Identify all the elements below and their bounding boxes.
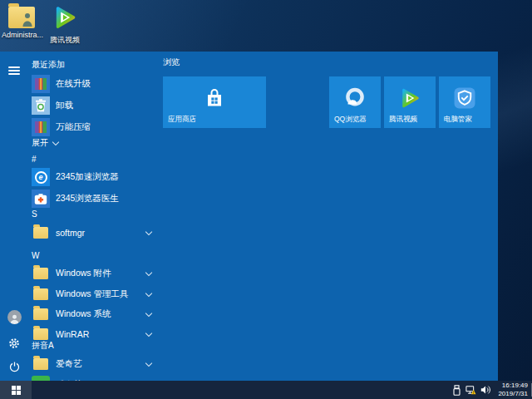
- section-header: W: [32, 251, 39, 261]
- folder-icon: [32, 264, 50, 283]
- app-list-item[interactable]: e 2345加速浏览器: [32, 167, 154, 187]
- browser-doctor-medkit-icon: [32, 190, 50, 208]
- app-list-folder[interactable]: 爱奇艺: [32, 354, 154, 374]
- tile-app-store[interactable]: 应用商店: [163, 76, 266, 128]
- desktop: { "desktop": { "icons": [ { "label": "Ad…: [0, 0, 532, 399]
- qq-browser-icon: [343, 86, 367, 110]
- start-menu-panel: 最近添加 在线升级 卸载 万能压缩 展开 # e 2345加速浏览器 2345浏…: [0, 52, 498, 381]
- desktop-icon-tencent-video[interactable]: 腾讯视频: [45, 3, 85, 44]
- chevron-down-icon: [145, 309, 152, 316]
- app-list-folder[interactable]: Windows 系统: [32, 304, 154, 324]
- app-label: 卸载: [56, 100, 154, 111]
- section-header: #: [32, 155, 37, 165]
- app-label: WinRAR: [56, 329, 146, 339]
- chevron-down-icon: [145, 329, 152, 336]
- clock-date: 2019/7/31: [498, 390, 528, 398]
- folder-icon: [32, 355, 50, 373]
- app-label: Windows 管理工具: [56, 288, 146, 300]
- chevron-down-icon: [145, 268, 152, 275]
- system-tray: [451, 381, 490, 399]
- tile-label: 应用商店: [168, 115, 196, 125]
- power-icon: [9, 362, 20, 372]
- uninstall-trash-icon: [32, 96, 50, 115]
- usb-device-icon[interactable]: [451, 385, 462, 396]
- chevron-down-icon: [145, 228, 152, 234]
- app-label: 万能压缩: [56, 121, 154, 133]
- recent-added-header: 最近添加: [32, 60, 65, 70]
- section-header: S: [32, 209, 37, 219]
- expand-label: 展开: [32, 137, 48, 149]
- store-bag-icon: [204, 88, 225, 108]
- settings-gear-icon: [8, 337, 20, 349]
- tencent-video-icon: [52, 5, 77, 30]
- app-label: softmgr: [56, 228, 146, 238]
- user-account-button[interactable]: [0, 304, 28, 329]
- app-list-item[interactable]: 卸载: [32, 96, 154, 116]
- tencent-video-icon: [399, 87, 421, 109]
- start-button[interactable]: [0, 381, 32, 399]
- folder-icon: [32, 285, 50, 303]
- chevron-down-icon: [145, 289, 152, 296]
- app-list-folder[interactable]: Windows 管理工具: [32, 284, 154, 304]
- user-folder-icon: [8, 7, 35, 28]
- section-header: 拼音A: [32, 341, 54, 351]
- taskbar-clock[interactable]: 16:19:49 2019/7/31: [498, 382, 528, 398]
- windows-logo-icon: [12, 386, 21, 395]
- app-list-item[interactable]: 2345浏览器医生: [32, 189, 154, 209]
- folder-icon: [32, 305, 50, 323]
- chevron-down-icon: [145, 359, 152, 366]
- tile-pc-manager[interactable]: 电脑管家: [439, 76, 490, 128]
- app-list-folder[interactable]: softmgr: [32, 223, 154, 243]
- volume-icon[interactable]: [480, 385, 490, 396]
- app-label: Windows 附件: [56, 268, 146, 279]
- winrar-icon: [32, 75, 50, 93]
- winrar-icon: [32, 118, 50, 136]
- power-button[interactable]: [0, 354, 28, 379]
- folder-icon: [32, 224, 50, 242]
- app-label: Windows 系统: [56, 308, 146, 320]
- tile-label: 电脑管家: [444, 115, 472, 125]
- person-icon: [22, 12, 33, 27]
- hamburger-menu-icon: [8, 66, 20, 75]
- tile-label: 腾讯视频: [389, 115, 417, 125]
- 2345-browser-icon: e: [32, 168, 50, 186]
- taskbar: 16:19:49 2019/7/31: [0, 381, 532, 399]
- app-label: 爱奇艺: [56, 358, 146, 370]
- app-list-folder[interactable]: Windows 附件: [32, 264, 154, 283]
- settings-button[interactable]: [0, 331, 28, 356]
- start-menu-rail: [0, 52, 28, 381]
- app-list-item[interactable]: 在线升级: [32, 74, 154, 94]
- network-warning-icon[interactable]: [466, 385, 476, 396]
- app-list-item[interactable]: 爱奇艺: [32, 375, 154, 381]
- app-list-item[interactable]: 万能压缩: [32, 117, 154, 137]
- tile-tencent-video[interactable]: 腾讯视频: [384, 76, 436, 128]
- tile-group-header: 浏览: [163, 57, 180, 68]
- tile-qq-browser[interactable]: QQ浏览器: [329, 76, 381, 128]
- app-label: 2345加速浏览器: [56, 171, 154, 183]
- desktop-icon-administrator[interactable]: Administra...: [2, 3, 42, 39]
- app-label: 在线升级: [56, 78, 154, 90]
- desktop-icon-label: Administra...: [2, 31, 42, 39]
- app-label: 2345浏览器医生: [56, 193, 154, 204]
- user-avatar: [7, 310, 22, 324]
- clock-time: 16:19:49: [498, 382, 528, 390]
- pc-manager-shield-icon: [454, 87, 476, 110]
- chevron-down-icon: [52, 139, 59, 145]
- expand-list-control[interactable]: 展开: [32, 137, 61, 149]
- expand-menu-button[interactable]: [0, 58, 28, 83]
- desktop-icon-label: 腾讯视频: [45, 36, 85, 44]
- tile-label: QQ浏览器: [334, 115, 367, 125]
